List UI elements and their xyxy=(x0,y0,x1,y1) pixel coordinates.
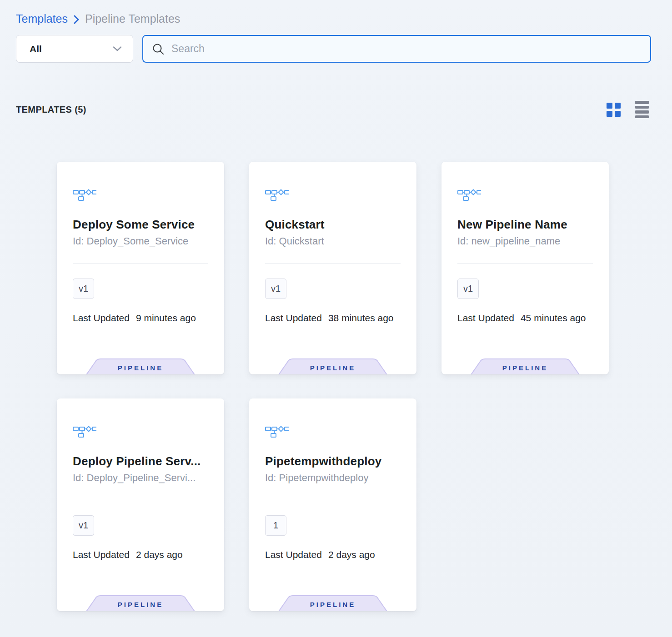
last-updated-value: 2 days ago xyxy=(328,549,375,560)
last-updated-label: Last Updated xyxy=(73,549,130,560)
last-updated-value: 2 days ago xyxy=(136,549,183,560)
breadcrumb-chevron-icon xyxy=(73,15,80,25)
last-updated-value: 38 minutes ago xyxy=(328,313,394,323)
divider xyxy=(73,263,208,264)
template-id: Id: Quickstart xyxy=(265,235,401,247)
last-updated-label: Last Updated xyxy=(265,549,322,560)
search-input[interactable] xyxy=(171,36,646,62)
filter-bar: All xyxy=(16,35,651,63)
list-view-button[interactable] xyxy=(635,101,649,118)
template-title: Deploy Pipeline Serv... xyxy=(73,454,208,468)
pipeline-diagram-icon xyxy=(73,425,208,438)
last-updated-value: 9 minutes ago xyxy=(136,313,196,323)
template-title: Pipetempwithdeploy xyxy=(265,454,401,468)
type-badge-label: PIPELINE xyxy=(278,595,387,611)
template-type-dropdown[interactable]: All xyxy=(16,35,133,63)
type-badge: PIPELINE xyxy=(86,595,195,611)
last-updated: Last Updated 45 minutes ago xyxy=(457,313,593,323)
template-id: Id: Pipetempwithdeploy xyxy=(265,472,401,484)
divider xyxy=(73,500,208,500)
breadcrumb-link-templates[interactable]: Templates xyxy=(16,12,68,25)
pipeline-diagram-icon xyxy=(265,189,401,201)
divider xyxy=(457,263,593,264)
last-updated: Last Updated 2 days ago xyxy=(265,549,401,560)
type-badge-label: PIPELINE xyxy=(278,358,387,374)
template-title: Quickstart xyxy=(265,218,401,232)
template-card[interactable]: Deploy Pipeline Serv... Id: Deploy_Pipel… xyxy=(57,398,224,611)
section-header: TEMPLATES (5) xyxy=(16,101,649,118)
template-id: Id: new_pipeline_name xyxy=(457,235,593,247)
chevron-down-icon xyxy=(113,46,122,52)
type-badge: PIPELINE xyxy=(471,358,580,374)
templates-count-heading: TEMPLATES (5) xyxy=(16,105,86,115)
list-view-icon xyxy=(635,101,649,118)
version-badge: v1 xyxy=(457,279,479,299)
pipeline-diagram-icon xyxy=(457,189,593,201)
breadcrumb-current: Pipeline Templates xyxy=(85,12,180,25)
templates-grid: Deploy Some Service Id: Deploy_Some_Serv… xyxy=(57,162,672,611)
template-title: Deploy Some Service xyxy=(73,218,208,232)
dropdown-selected-value: All xyxy=(30,44,42,55)
search-icon xyxy=(152,43,165,55)
last-updated-label: Last Updated xyxy=(457,313,514,323)
version-badge: v1 xyxy=(265,279,286,299)
template-title: New Pipeline Name xyxy=(457,218,593,232)
search-box xyxy=(142,35,651,63)
template-card[interactable]: Deploy Some Service Id: Deploy_Some_Serv… xyxy=(57,162,224,374)
template-id: Id: Deploy_Pipeline_Servi... xyxy=(73,472,208,484)
grid-view-icon xyxy=(607,103,621,117)
template-id: Id: Deploy_Some_Service xyxy=(73,235,208,247)
type-badge: PIPELINE xyxy=(278,595,387,611)
divider xyxy=(265,263,401,264)
pipeline-templates-page: Templates Pipeline Templates All TEMPLAT… xyxy=(0,0,672,637)
version-badge: v1 xyxy=(73,279,94,299)
last-updated: Last Updated 2 days ago xyxy=(73,549,208,560)
version-badge: 1 xyxy=(265,515,286,536)
type-badge: PIPELINE xyxy=(278,358,387,374)
grid-view-button[interactable] xyxy=(607,103,621,117)
pipeline-diagram-icon xyxy=(73,189,208,201)
type-badge-label: PIPELINE xyxy=(86,595,195,611)
type-badge-label: PIPELINE xyxy=(471,358,580,374)
template-card[interactable]: Quickstart Id: Quickstart v1 Last Update… xyxy=(249,162,416,374)
pipeline-diagram-icon xyxy=(265,425,401,438)
breadcrumb: Templates Pipeline Templates xyxy=(0,0,672,25)
template-card[interactable]: New Pipeline Name Id: new_pipeline_name … xyxy=(441,162,609,374)
template-card[interactable]: Pipetempwithdeploy Id: Pipetempwithdeplo… xyxy=(249,398,416,611)
divider xyxy=(265,500,401,500)
last-updated-label: Last Updated xyxy=(265,313,322,323)
last-updated: Last Updated 9 minutes ago xyxy=(73,313,208,323)
last-updated: Last Updated 38 minutes ago xyxy=(265,313,401,323)
version-badge: v1 xyxy=(73,515,94,536)
type-badge-label: PIPELINE xyxy=(86,358,195,374)
last-updated-label: Last Updated xyxy=(73,313,130,323)
last-updated-value: 45 minutes ago xyxy=(521,313,586,323)
view-toggles xyxy=(607,101,649,118)
type-badge: PIPELINE xyxy=(86,358,195,374)
